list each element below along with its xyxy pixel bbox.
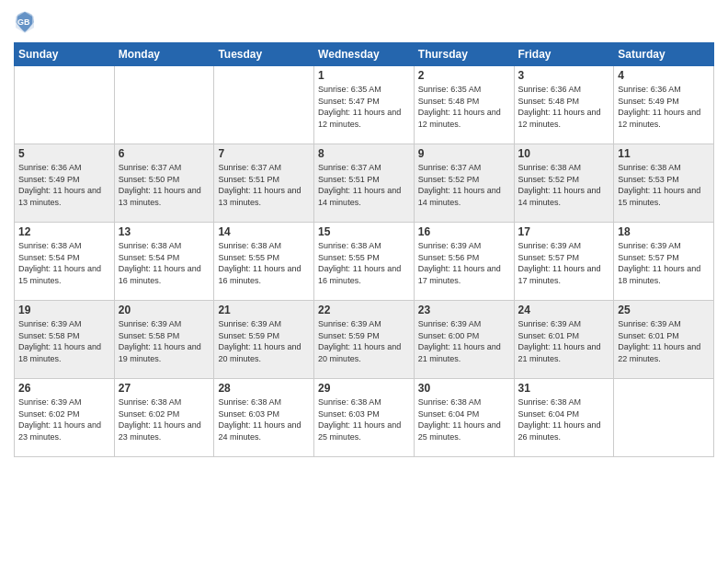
day-number: 19 (18, 304, 110, 316)
calendar-week-row: 1Sunrise: 6:35 AMSunset: 5:47 PMDaylight… (15, 66, 714, 144)
day-info: Sunrise: 6:39 AMSunset: 6:00 PMDaylight:… (418, 318, 510, 364)
table-row: 3Sunrise: 6:36 AMSunset: 5:48 PMDaylight… (514, 66, 614, 144)
table-row (15, 66, 115, 144)
day-number: 23 (418, 304, 510, 316)
day-info: Sunrise: 6:35 AMSunset: 5:47 PMDaylight:… (318, 84, 410, 130)
logo: GB (14, 9, 40, 35)
calendar-header-row: Sunday Monday Tuesday Wednesday Thursday… (15, 43, 714, 66)
day-number: 12 (18, 225, 110, 238)
day-info: Sunrise: 6:39 AMSunset: 5:57 PMDaylight:… (618, 240, 710, 286)
day-number: 3 (518, 69, 610, 82)
day-info: Sunrise: 6:38 AMSunset: 5:52 PMDaylight:… (518, 162, 610, 208)
calendar-table: Sunday Monday Tuesday Wednesday Thursday… (14, 42, 714, 457)
day-number: 7 (218, 147, 310, 160)
svg-text:GB: GB (17, 17, 30, 27)
day-number: 11 (618, 147, 710, 160)
calendar-week-row: 26Sunrise: 6:39 AMSunset: 6:02 PMDayligh… (15, 379, 714, 457)
col-sunday: Sunday (15, 43, 115, 66)
table-row: 19Sunrise: 6:39 AMSunset: 5:58 PMDayligh… (15, 301, 115, 379)
day-info: Sunrise: 6:39 AMSunset: 5:58 PMDaylight:… (119, 318, 210, 364)
day-info: Sunrise: 6:39 AMSunset: 5:57 PMDaylight:… (518, 240, 610, 286)
table-row: 8Sunrise: 6:37 AMSunset: 5:51 PMDaylight… (314, 144, 415, 223)
day-info: Sunrise: 6:38 AMSunset: 6:03 PMDaylight:… (218, 396, 310, 442)
table-row: 21Sunrise: 6:39 AMSunset: 5:59 PMDayligh… (214, 301, 314, 379)
table-row: 5Sunrise: 6:36 AMSunset: 5:49 PMDaylight… (15, 144, 115, 223)
day-info: Sunrise: 6:38 AMSunset: 5:55 PMDaylight:… (318, 240, 410, 286)
calendar-week-row: 19Sunrise: 6:39 AMSunset: 5:58 PMDayligh… (15, 301, 714, 379)
table-row: 20Sunrise: 6:39 AMSunset: 5:58 PMDayligh… (114, 301, 214, 379)
table-row: 11Sunrise: 6:38 AMSunset: 5:53 PMDayligh… (614, 144, 714, 223)
day-number: 8 (318, 147, 410, 160)
day-number: 4 (618, 69, 710, 82)
day-info: Sunrise: 6:39 AMSunset: 6:02 PMDaylight:… (18, 396, 110, 442)
day-info: Sunrise: 6:38 AMSunset: 5:54 PMDaylight:… (119, 240, 210, 286)
table-row (214, 66, 314, 144)
day-number: 1 (318, 69, 410, 82)
calendar-week-row: 12Sunrise: 6:38 AMSunset: 5:54 PMDayligh… (15, 223, 714, 301)
day-number: 17 (518, 225, 610, 238)
day-number: 25 (618, 304, 710, 316)
table-row: 12Sunrise: 6:38 AMSunset: 5:54 PMDayligh… (15, 223, 115, 301)
table-row: 13Sunrise: 6:38 AMSunset: 5:54 PMDayligh… (114, 223, 214, 301)
day-info: Sunrise: 6:37 AMSunset: 5:52 PMDaylight:… (418, 162, 510, 208)
day-info: Sunrise: 6:38 AMSunset: 6:02 PMDaylight:… (119, 396, 210, 442)
col-thursday: Thursday (414, 43, 514, 66)
day-number: 13 (119, 225, 210, 238)
day-number: 2 (418, 69, 510, 82)
table-row: 17Sunrise: 6:39 AMSunset: 5:57 PMDayligh… (514, 223, 614, 301)
col-monday: Monday (114, 43, 214, 66)
table-row: 22Sunrise: 6:39 AMSunset: 5:59 PMDayligh… (314, 301, 415, 379)
day-info: Sunrise: 6:39 AMSunset: 6:01 PMDaylight:… (618, 318, 710, 364)
table-row: 18Sunrise: 6:39 AMSunset: 5:57 PMDayligh… (614, 223, 714, 301)
day-info: Sunrise: 6:39 AMSunset: 6:01 PMDaylight:… (518, 318, 610, 364)
table-row: 16Sunrise: 6:39 AMSunset: 5:56 PMDayligh… (414, 223, 514, 301)
table-row: 2Sunrise: 6:35 AMSunset: 5:48 PMDaylight… (414, 66, 514, 144)
day-info: Sunrise: 6:36 AMSunset: 5:49 PMDaylight:… (18, 162, 110, 208)
table-row (614, 379, 714, 457)
day-number: 6 (119, 147, 210, 160)
table-row: 23Sunrise: 6:39 AMSunset: 6:00 PMDayligh… (414, 301, 514, 379)
logo-icon: GB (14, 9, 36, 35)
day-number: 10 (518, 147, 610, 160)
day-info: Sunrise: 6:39 AMSunset: 5:59 PMDaylight:… (218, 318, 310, 364)
table-row: 25Sunrise: 6:39 AMSunset: 6:01 PMDayligh… (614, 301, 714, 379)
day-number: 20 (119, 304, 210, 316)
header: GB (14, 9, 714, 35)
day-info: Sunrise: 6:36 AMSunset: 5:48 PMDaylight:… (518, 84, 610, 130)
day-info: Sunrise: 6:39 AMSunset: 5:56 PMDaylight:… (418, 240, 510, 286)
day-number: 30 (418, 382, 510, 395)
col-saturday: Saturday (614, 43, 714, 66)
day-info: Sunrise: 6:38 AMSunset: 6:03 PMDaylight:… (318, 396, 410, 442)
day-number: 9 (418, 147, 510, 160)
day-number: 18 (618, 225, 710, 238)
table-row (114, 66, 214, 144)
day-info: Sunrise: 6:38 AMSunset: 5:54 PMDaylight:… (18, 240, 110, 286)
day-info: Sunrise: 6:35 AMSunset: 5:48 PMDaylight:… (418, 84, 510, 130)
table-row: 31Sunrise: 6:38 AMSunset: 6:04 PMDayligh… (514, 379, 614, 457)
day-info: Sunrise: 6:36 AMSunset: 5:49 PMDaylight:… (618, 84, 710, 130)
col-wednesday: Wednesday (314, 43, 415, 66)
page: GB Sunday Monday Tuesday Wednesday Thurs… (0, 0, 728, 563)
table-row: 30Sunrise: 6:38 AMSunset: 6:04 PMDayligh… (414, 379, 514, 457)
day-number: 28 (218, 382, 310, 395)
table-row: 24Sunrise: 6:39 AMSunset: 6:01 PMDayligh… (514, 301, 614, 379)
day-info: Sunrise: 6:38 AMSunset: 5:55 PMDaylight:… (218, 240, 310, 286)
day-number: 15 (318, 225, 410, 238)
calendar-week-row: 5Sunrise: 6:36 AMSunset: 5:49 PMDaylight… (15, 144, 714, 223)
table-row: 7Sunrise: 6:37 AMSunset: 5:51 PMDaylight… (214, 144, 314, 223)
day-info: Sunrise: 6:38 AMSunset: 6:04 PMDaylight:… (518, 396, 610, 442)
day-info: Sunrise: 6:39 AMSunset: 5:58 PMDaylight:… (18, 318, 110, 364)
table-row: 6Sunrise: 6:37 AMSunset: 5:50 PMDaylight… (114, 144, 214, 223)
day-number: 21 (218, 304, 310, 316)
table-row: 28Sunrise: 6:38 AMSunset: 6:03 PMDayligh… (214, 379, 314, 457)
table-row: 14Sunrise: 6:38 AMSunset: 5:55 PMDayligh… (214, 223, 314, 301)
day-info: Sunrise: 6:38 AMSunset: 5:53 PMDaylight:… (618, 162, 710, 208)
table-row: 9Sunrise: 6:37 AMSunset: 5:52 PMDaylight… (414, 144, 514, 223)
day-number: 5 (18, 147, 110, 160)
table-row: 1Sunrise: 6:35 AMSunset: 5:47 PMDaylight… (314, 66, 415, 144)
table-row: 27Sunrise: 6:38 AMSunset: 6:02 PMDayligh… (114, 379, 214, 457)
day-number: 26 (18, 382, 110, 395)
day-number: 14 (218, 225, 310, 238)
day-number: 22 (318, 304, 410, 316)
col-friday: Friday (514, 43, 614, 66)
